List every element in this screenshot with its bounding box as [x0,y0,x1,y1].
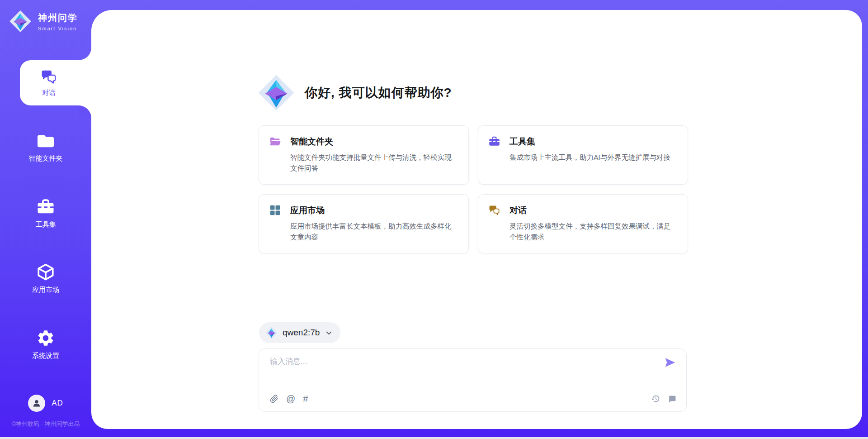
message-icon [668,395,676,403]
attach-file-button[interactable] [270,394,278,404]
model-diamond-icon [265,327,278,339]
sidebar-item-label: 对话 [42,89,56,97]
tab-curve-bottom [79,105,91,118]
chat-bubbles-icon [488,204,500,216]
model-name: qwen2:7b [283,328,320,338]
toolbox-icon [36,197,55,216]
history-icon [651,394,660,403]
history-button[interactable] [651,394,660,403]
card-chat[interactable]: 对话 灵活切换多模型文件，支持多样回复效果调试，满足个性化需求 [478,194,688,253]
card-toolset[interactable]: 工具集 集成市场上主流工具，助力AI与外界无缝扩展与对接 [478,125,688,185]
model-selector[interactable]: qwen2:7b [259,322,340,343]
cube-icon [36,262,55,282]
tab-curve-top [79,48,91,60]
folder-icon [36,131,55,150]
brand-name: 神州问学 [38,12,78,24]
main-panel: 你好, 我可以如何帮助你? 智能文件夹 智能文件夹功能支持批量文件上传与清洗，轻… [91,10,862,429]
send-button[interactable] [664,356,676,369]
card-description: 智能文件夹功能支持批量文件上传与清洗，轻松实现文件问答 [290,152,458,174]
sidebar-item-app-market[interactable]: 应用市场 [0,262,91,294]
avatar [28,395,45,412]
message-composer: @ # [259,348,687,412]
card-title: 工具集 [509,136,535,148]
horizontal-scrollbar[interactable] [0,437,868,439]
card-description: 应用市场提供丰富长文本模板，助力高效生成多样化文章内容 [290,221,458,243]
user-initials: AD [52,399,63,408]
topic-button[interactable]: # [303,394,308,403]
brand-subtitle: Smart Vision [38,26,78,31]
card-title: 应用市场 [290,205,325,216]
card-description: 集成市场上主流工具，助力AI与外界无缝扩展与对接 [509,152,677,163]
card-app-market[interactable]: 应用市场 应用市场提供丰富长文本模板，助力高效生成多样化文章内容 [259,194,469,253]
app-grid-icon [269,204,281,216]
sidebar-item-smart-folder[interactable]: 智能文件夹 [0,131,91,163]
feature-cards: 智能文件夹 智能文件夹功能支持批量文件上传与清洗，轻松实现文件问答 工具集 集成… [259,125,688,253]
brand-logo: 神州问学 Smart Vision [9,10,78,33]
at-icon: @ [286,394,295,403]
card-title: 智能文件夹 [290,136,333,148]
sidebar-item-label: 应用市场 [32,286,59,294]
greeting-title: 你好, 我可以如何帮助你? [305,84,452,101]
person-icon [31,398,42,409]
mention-button[interactable]: @ [286,394,295,403]
composer-toolbar: @ # [270,391,676,406]
sidebar-item-label: 工具集 [36,220,56,229]
user-profile[interactable]: AD [0,395,91,412]
sidebar-item-chat[interactable]: 对话 [20,60,91,105]
chevron-down-icon [325,329,333,337]
assistant-diamond-icon [258,74,295,111]
sidebar-item-label: 系统设置 [32,352,59,360]
message-input[interactable] [270,356,645,382]
hash-icon: # [303,394,308,403]
brand-diamond-icon [9,10,32,33]
send-icon [664,356,676,369]
folder-open-icon [269,135,281,148]
app-background: 神州问学 Smart Vision 对话 智能文件夹 工具集 [0,0,868,439]
chat-bubbles-icon [40,68,57,86]
card-description: 灵活切换多模型文件，支持多样回复效果调试，满足个性化需求 [509,221,677,243]
gear-icon [36,329,55,348]
card-title: 对话 [509,205,527,216]
composer-divider [266,385,679,385]
sidebar-item-settings[interactable]: 系统设置 [0,329,91,360]
toolbox-icon [488,135,500,148]
greeting: 你好, 我可以如何帮助你? [258,74,452,111]
new-chat-button[interactable] [668,395,676,403]
sidebar-item-label: 智能文件夹 [29,154,63,163]
sidebar-item-toolset[interactable]: 工具集 [0,197,91,229]
paperclip-icon [270,394,278,404]
card-smart-folder[interactable]: 智能文件夹 智能文件夹功能支持批量文件上传与清洗，轻松实现文件问答 [259,125,469,185]
sidebar-footer-credit: ©神州数码 · 神州问学出品 [0,420,91,428]
